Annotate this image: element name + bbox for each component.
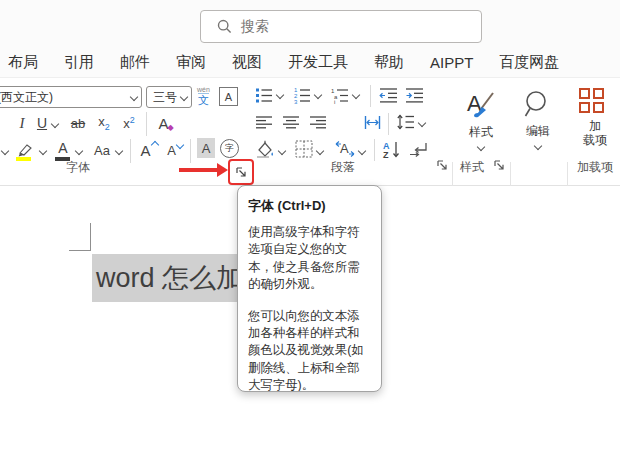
font-color-icon: A [58, 141, 67, 155]
grow-font-button[interactable]: A [137, 139, 161, 161]
enclose-characters-button[interactable]: 字 [220, 139, 239, 158]
align-center-button[interactable] [281, 113, 301, 131]
highlight-dropdown[interactable] [39, 147, 47, 155]
tab-layout[interactable]: 布局 [8, 53, 38, 72]
asian-layout-dropdown[interactable] [358, 147, 366, 155]
font-dialog-launcher[interactable] [234, 165, 248, 179]
wrap-return-icon [409, 141, 429, 158]
bullets-button[interactable] [254, 85, 274, 105]
subscript-button[interactable]: x2 [94, 112, 114, 134]
align-left-icon [256, 116, 273, 129]
character-border-button[interactable]: A [219, 87, 238, 106]
numbering-button[interactable]: 1 2 3 [292, 85, 312, 105]
shading-dropdown[interactable] [278, 147, 286, 155]
align-right-button[interactable] [308, 113, 328, 131]
tooltip-title: 字体 (Ctrl+D) [248, 197, 371, 215]
tab-mailings[interactable]: 邮件 [120, 53, 150, 72]
numbering-icon: 1 2 3 [293, 86, 311, 104]
asian-layout-button[interactable]: A [333, 138, 357, 160]
increase-indent-button[interactable] [404, 86, 424, 104]
font-color-button[interactable]: A [54, 139, 72, 157]
magnifier-icon [523, 90, 553, 120]
asian-layout-icon: A [334, 140, 356, 158]
numbering-dropdown[interactable] [314, 91, 322, 99]
strikethrough-icon: ab [71, 117, 85, 130]
editing-button[interactable]: 编辑 [512, 84, 564, 154]
highlight-pen-icon [16, 143, 34, 157]
multilevel-list-dropdown[interactable] [352, 91, 360, 99]
tab-developer[interactable]: 开发工具 [288, 53, 348, 72]
chevron-down-icon [477, 142, 485, 150]
underline-dropdown[interactable] [51, 120, 59, 128]
subscript-icon: x2 [98, 115, 110, 132]
divider [146, 112, 147, 136]
word-window: 搜索 布局 引用 邮件 审阅 视图 开发工具 帮助 AIPPT 百度网盘 (西文… [0, 0, 620, 463]
shrink-font-button[interactable]: A [163, 139, 187, 161]
shading-button[interactable] [254, 139, 276, 159]
title-bar: 搜索 [0, 0, 620, 48]
line-spacing-button[interactable] [394, 112, 416, 132]
search-placeholder: 搜索 [241, 18, 269, 36]
underline-button[interactable]: U [34, 112, 50, 134]
phonetic-guide-button[interactable]: wén 文 [197, 86, 210, 106]
page-corner-mark [69, 250, 91, 251]
character-shading-icon: A [202, 141, 211, 156]
borders-button[interactable] [294, 139, 314, 159]
distribute-icon [364, 115, 381, 130]
font-color-dropdown[interactable] [75, 147, 83, 155]
chevron-down-icon [534, 141, 542, 149]
tab-aippt[interactable]: AIPPT [430, 54, 473, 71]
divider [130, 139, 131, 163]
ribbon-tabs: 布局 引用 邮件 审阅 视图 开发工具 帮助 AIPPT 百度网盘 [0, 48, 620, 78]
page-corner-mark [90, 223, 91, 251]
multilevel-list-icon: 1 a i [331, 86, 349, 104]
align-left-button[interactable] [254, 113, 274, 131]
decrease-indent-button[interactable] [378, 86, 398, 104]
decrease-indent-icon [379, 87, 398, 103]
change-case-dropdown[interactable] [115, 147, 123, 155]
grow-font-icon: A [140, 143, 150, 158]
addins-grid-icon [579, 88, 605, 114]
borders-dropdown[interactable] [316, 147, 324, 155]
bullets-dropdown[interactable] [276, 91, 284, 99]
ribbon: (西文正文) 三号 wén 文 A I U ab [0, 78, 620, 186]
dialog-launcher-icon [235, 166, 247, 178]
addins-group-label: 加载项 [569, 159, 620, 176]
divider [388, 113, 389, 135]
borders-icon [295, 140, 313, 158]
text-effects-dropdown[interactable] [1, 147, 9, 155]
line-spacing-dropdown[interactable] [418, 119, 426, 127]
character-shading-button[interactable]: A [197, 138, 215, 158]
highlight-color-bar [16, 157, 31, 161]
italic-button[interactable]: I [14, 112, 30, 134]
styles-button-label: 样式 [469, 124, 493, 141]
show-hide-marks-button[interactable] [408, 139, 430, 159]
multilevel-list-button[interactable]: 1 a i [330, 85, 350, 105]
styles-dialog-launcher[interactable] [492, 158, 506, 172]
italic-icon: I [20, 116, 25, 131]
shrink-font-icon: A [167, 144, 176, 157]
strikethrough-button[interactable]: ab [66, 112, 90, 134]
tooltip-paragraph-1: 使用高级字体和字符选项自定义您的文本，使之具备您所需的确切外观。 [248, 224, 371, 294]
tab-help[interactable]: 帮助 [374, 53, 404, 72]
tab-references[interactable]: 引用 [64, 53, 94, 72]
distribute-button[interactable] [362, 113, 382, 131]
dialog-launcher-icon [493, 159, 505, 171]
sort-button[interactable]: A Z [381, 138, 403, 160]
shading-bucket-icon [255, 140, 275, 158]
annotation-red-box [228, 159, 254, 185]
paragraph-dialog-launcher[interactable] [435, 158, 449, 172]
change-case-button[interactable]: Aa [90, 139, 114, 161]
tab-baidu-netdisk[interactable]: 百度网盘 [499, 53, 559, 72]
styles-button[interactable]: A 样式 [455, 84, 507, 154]
superscript-button[interactable]: x2 [119, 112, 139, 134]
svg-text:Z: Z [383, 150, 389, 159]
font-tooltip: 字体 (Ctrl+D) 使用高级字体和字符选项自定义您的文本，使之具备您所需的确… [237, 185, 382, 392]
tab-review[interactable]: 审阅 [176, 53, 206, 72]
search-box[interactable]: 搜索 [200, 10, 482, 43]
font-size-combo[interactable]: 三号 [146, 86, 192, 108]
font-group-label: 字体 [58, 159, 98, 176]
font-name-combo[interactable]: (西文正文) [0, 86, 142, 108]
clear-formatting-button[interactable]: A ◆ [153, 112, 179, 134]
tab-view[interactable]: 视图 [232, 53, 262, 72]
